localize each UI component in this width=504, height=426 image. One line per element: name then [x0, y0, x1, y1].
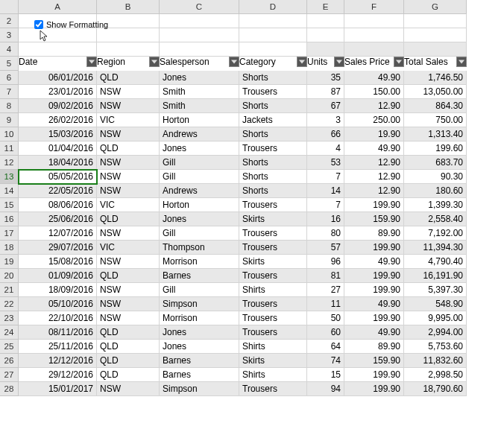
- row-header-15[interactable]: 15: [0, 198, 19, 212]
- cell-salesperson[interactable]: Jones: [160, 142, 239, 156]
- cell-total[interactable]: 2,558.40: [404, 212, 467, 226]
- cell-salesperson[interactable]: Barnes: [160, 269, 239, 283]
- table-header-6[interactable]: Total Sales: [404, 57, 467, 71]
- cell-blank[interactable]: [19, 28, 97, 42]
- cell-salesperson[interactable]: Morrison: [160, 311, 239, 325]
- cell-category[interactable]: Shorts: [239, 127, 307, 142]
- cell-salesperson[interactable]: Thompson: [160, 241, 239, 255]
- cell-price[interactable]: 49.90: [344, 142, 404, 156]
- cell-units[interactable]: 80: [307, 226, 344, 241]
- cell-units[interactable]: 3: [307, 113, 344, 127]
- cell-units[interactable]: 7: [307, 198, 344, 212]
- cell-blank[interactable]: [160, 42, 239, 57]
- cell-price[interactable]: 199.90: [344, 198, 404, 212]
- table-header-4[interactable]: Units: [307, 57, 344, 71]
- cell-salesperson[interactable]: Jones: [160, 340, 239, 354]
- row-header-22[interactable]: 22: [0, 297, 19, 311]
- filter-button-4[interactable]: [334, 57, 344, 67]
- cell-price[interactable]: 89.90: [344, 226, 404, 241]
- row-header-24[interactable]: 24: [0, 325, 19, 340]
- cell-units[interactable]: 27: [307, 283, 344, 297]
- cell-total[interactable]: 2,994.00: [404, 325, 467, 340]
- cell-date[interactable]: 05/05/2016: [19, 170, 97, 184]
- cell-blank[interactable]: [239, 28, 307, 42]
- cell-region[interactable]: QLD: [97, 354, 160, 368]
- cell-blank[interactable]: [239, 14, 307, 28]
- cell-date[interactable]: 15/01/2017: [19, 382, 97, 396]
- cell-units[interactable]: 11: [307, 297, 344, 311]
- cell-salesperson[interactable]: Gill: [160, 283, 239, 297]
- cell-price[interactable]: 159.90: [344, 354, 404, 368]
- cell-price[interactable]: 199.90: [344, 382, 404, 396]
- cell-region[interactable]: QLD: [97, 212, 160, 226]
- cell-total[interactable]: 1,399.30: [404, 198, 467, 212]
- cell-units[interactable]: 64: [307, 340, 344, 354]
- cell-blank[interactable]: [344, 28, 404, 42]
- row-header-26[interactable]: 26: [0, 354, 19, 368]
- cell-total[interactable]: 548.90: [404, 297, 467, 311]
- cell-category[interactable]: Trousers: [239, 297, 307, 311]
- row-header-10[interactable]: 10: [0, 127, 19, 142]
- cell-units[interactable]: 50: [307, 311, 344, 325]
- cell-date[interactable]: 01/04/2016: [19, 142, 97, 156]
- cell-total[interactable]: 16,191.90: [404, 269, 467, 283]
- cell-salesperson[interactable]: Morrison: [160, 255, 239, 269]
- row-header-27[interactable]: 27: [0, 368, 19, 382]
- show-formatting-checkbox[interactable]: [34, 20, 43, 29]
- cell-total[interactable]: 11,832.60: [404, 354, 467, 368]
- row-header-21[interactable]: 21: [0, 283, 19, 297]
- cell-salesperson[interactable]: Andrews: [160, 127, 239, 142]
- row-header-5[interactable]: 5: [0, 57, 19, 71]
- cell-units[interactable]: 67: [307, 99, 344, 113]
- cell-total[interactable]: 4,790.40: [404, 255, 467, 269]
- cell-total[interactable]: 2,998.50: [404, 368, 467, 382]
- row-header-17[interactable]: 17: [0, 226, 19, 241]
- cell-units[interactable]: 4: [307, 142, 344, 156]
- cell-units[interactable]: 14: [307, 184, 344, 198]
- show-formatting-checkbox-wrap[interactable]: Show Formatting: [34, 20, 108, 29]
- cell-salesperson[interactable]: Smith: [160, 99, 239, 113]
- cell-units[interactable]: 66: [307, 127, 344, 142]
- cell-price[interactable]: 89.90: [344, 340, 404, 354]
- cell-category[interactable]: Trousers: [239, 241, 307, 255]
- cell-blank[interactable]: [97, 42, 160, 57]
- cell-region[interactable]: NSW: [97, 184, 160, 198]
- cell-salesperson[interactable]: Jones: [160, 325, 239, 340]
- cell-blank[interactable]: [307, 14, 344, 28]
- cell-units[interactable]: 74: [307, 354, 344, 368]
- row-header-28[interactable]: 28: [0, 382, 19, 396]
- cell-blank[interactable]: [97, 28, 160, 42]
- column-header-F[interactable]: F: [344, 0, 404, 14]
- cell-region[interactable]: NSW: [97, 297, 160, 311]
- cell-date[interactable]: 23/01/2016: [19, 85, 97, 99]
- column-header-A[interactable]: A: [19, 0, 97, 14]
- cell-total[interactable]: 864.30: [404, 99, 467, 113]
- row-header-4[interactable]: 4: [0, 42, 19, 57]
- cell-total[interactable]: 90.30: [404, 170, 467, 184]
- cell-region[interactable]: VIC: [97, 241, 160, 255]
- cell-date[interactable]: 09/02/2016: [19, 99, 97, 113]
- row-header-20[interactable]: 20: [0, 269, 19, 283]
- column-header-E[interactable]: E: [307, 0, 344, 14]
- cell-total[interactable]: 750.00: [404, 113, 467, 127]
- cell-total[interactable]: 5,397.30: [404, 283, 467, 297]
- cell-price[interactable]: 199.90: [344, 269, 404, 283]
- cell-category[interactable]: Shirts: [239, 283, 307, 297]
- cell-date[interactable]: 12/07/2016: [19, 226, 97, 241]
- cell-salesperson[interactable]: Smith: [160, 85, 239, 99]
- cell-date[interactable]: 18/09/2016: [19, 283, 97, 297]
- cell-category[interactable]: Shorts: [239, 170, 307, 184]
- cell-total[interactable]: 199.60: [404, 142, 467, 156]
- cell-region[interactable]: NSW: [97, 156, 160, 170]
- cell-blank[interactable]: [404, 14, 467, 28]
- row-header-23[interactable]: 23: [0, 311, 19, 325]
- column-header-D[interactable]: D: [239, 0, 307, 14]
- cell-blank[interactable]: [344, 14, 404, 28]
- cell-category[interactable]: Trousers: [239, 85, 307, 99]
- cell-total[interactable]: 18,790.60: [404, 382, 467, 396]
- row-header-6[interactable]: 6: [0, 71, 19, 85]
- cell-region[interactable]: QLD: [97, 269, 160, 283]
- cell-region[interactable]: NSW: [97, 283, 160, 297]
- cell-region[interactable]: VIC: [97, 113, 160, 127]
- cell-region[interactable]: QLD: [97, 71, 160, 85]
